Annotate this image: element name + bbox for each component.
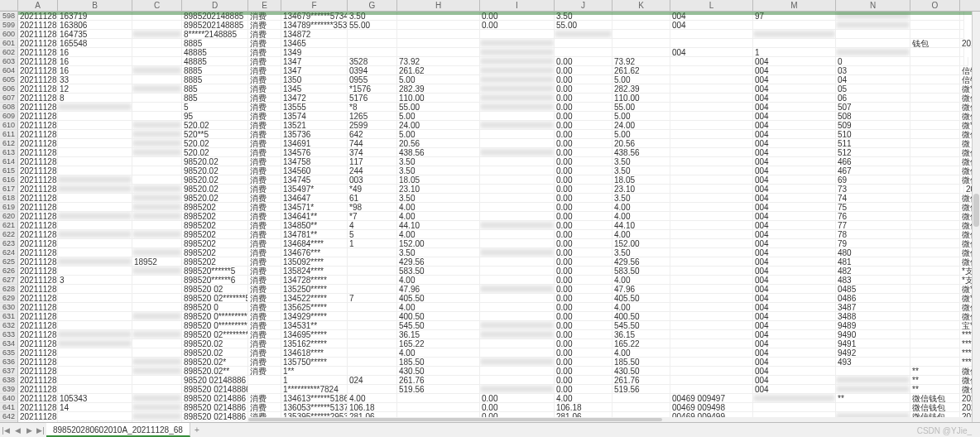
cell[interactable]: 0.00: [555, 66, 612, 75]
cell[interactable]: [132, 48, 182, 57]
cell[interactable]: [910, 194, 960, 203]
cell[interactable]: [348, 348, 397, 358]
cell[interactable]: 134647: [281, 194, 348, 203]
cell[interactable]: 152.00: [612, 239, 670, 248]
cell[interactable]: [910, 157, 960, 166]
cell[interactable]: 134691: [281, 139, 348, 148]
cell[interactable]: [132, 267, 182, 276]
row-number[interactable]: 630: [0, 303, 18, 312]
cell[interactable]: [348, 303, 397, 312]
cell[interactable]: 481: [836, 257, 910, 267]
cell[interactable]: 004: [753, 330, 836, 339]
cell[interactable]: [670, 321, 753, 330]
table-row[interactable]: 62620211128898520******5消费135824****583.…: [0, 267, 980, 276]
cell[interactable]: 512: [836, 148, 910, 157]
row-number[interactable]: 618: [0, 194, 18, 203]
cell[interactable]: 00469 009497: [670, 394, 753, 403]
cell[interactable]: 3.50: [612, 166, 670, 175]
cell[interactable]: [132, 376, 182, 385]
cell[interactable]: [132, 248, 182, 257]
cell[interactable]: [910, 248, 960, 257]
cell[interactable]: [132, 175, 182, 185]
cell[interactable]: 374: [348, 148, 397, 157]
row-number[interactable]: 599: [0, 21, 18, 30]
cell[interactable]: [132, 212, 182, 221]
cell[interactable]: 429.56: [397, 257, 480, 267]
cell[interactable]: 004: [753, 139, 836, 148]
prev-sheet-button[interactable]: ◀: [12, 425, 23, 436]
table-row[interactable]: 621202111288985202消费134850**444.100.0044…: [0, 221, 980, 230]
cell[interactable]: [480, 94, 555, 103]
cell[interactable]: 5.00: [612, 112, 670, 121]
cell[interactable]: 05: [836, 84, 910, 94]
cell[interactable]: 微信钱包: [910, 403, 960, 412]
table-row[interactable]: 620202111288985202消费134641***74.000.004.…: [0, 212, 980, 221]
cell[interactable]: [58, 367, 132, 376]
cell[interactable]: [670, 312, 753, 321]
row-number[interactable]: 635: [0, 348, 18, 358]
cell[interactable]: 20211128: [18, 294, 58, 303]
cell[interactable]: 8985202: [182, 203, 248, 212]
cell[interactable]: 79: [836, 239, 910, 248]
cell[interactable]: [58, 194, 132, 203]
cell[interactable]: [58, 248, 132, 257]
cell[interactable]: 483: [836, 276, 910, 285]
cell[interactable]: 13574: [281, 112, 348, 121]
cell[interactable]: [910, 12, 960, 21]
cell[interactable]: 0.00: [555, 358, 612, 367]
cell[interactable]: 0.00: [555, 330, 612, 339]
cell[interactable]: 134522*****: [281, 294, 348, 303]
row-number[interactable]: 608: [0, 103, 18, 112]
scroll-thumb[interactable]: [973, 194, 979, 227]
cell[interactable]: [132, 121, 182, 130]
cell[interactable]: [910, 21, 960, 30]
cell[interactable]: [58, 303, 132, 312]
cell[interactable]: 消费: [248, 394, 281, 403]
cell[interactable]: [348, 339, 397, 348]
cell[interactable]: 3.50: [612, 157, 670, 166]
cell[interactable]: 98520.02: [182, 194, 248, 203]
cell[interactable]: [132, 285, 182, 294]
cell[interactable]: 004: [753, 66, 836, 75]
cell[interactable]: 44.10: [397, 221, 480, 230]
cell[interactable]: 0486: [836, 294, 910, 303]
cell[interactable]: [670, 39, 753, 48]
cell[interactable]: [480, 257, 555, 267]
cell[interactable]: 135750*****: [281, 358, 348, 367]
cell[interactable]: 消费: [248, 139, 281, 148]
cell[interactable]: 消费: [248, 112, 281, 121]
cell[interactable]: 508: [836, 112, 910, 121]
table-row[interactable]: 61320211128520.02消费134576374438.560.0043…: [0, 148, 980, 157]
cell[interactable]: 244: [348, 166, 397, 175]
cell[interactable]: 3488: [836, 312, 910, 321]
cell[interactable]: [480, 194, 555, 203]
cell[interactable]: 545.50: [397, 321, 480, 330]
row-number[interactable]: 621: [0, 221, 18, 230]
cell[interactable]: 583.50: [397, 267, 480, 276]
cell[interactable]: 消费: [248, 57, 281, 66]
cell[interactable]: 282.39: [397, 84, 480, 94]
cell[interactable]: 55.00: [397, 103, 480, 112]
cell[interactable]: 0.00: [555, 203, 612, 212]
cell[interactable]: [670, 75, 753, 84]
cell[interactable]: [480, 57, 555, 66]
col-header-M[interactable]: M: [753, 0, 836, 11]
cell[interactable]: [480, 212, 555, 221]
col-header-I[interactable]: I: [480, 0, 555, 11]
cell[interactable]: [910, 166, 960, 175]
cell[interactable]: 520.02: [182, 148, 248, 157]
cell[interactable]: [670, 367, 753, 376]
cell[interactable]: 510: [836, 130, 910, 139]
cell[interactable]: 0.00: [555, 294, 612, 303]
cell[interactable]: 3.50: [612, 248, 670, 257]
cell[interactable]: [753, 394, 836, 403]
cell[interactable]: 004: [753, 75, 836, 84]
table-row[interactable]: 63220211128898520 0**********5消费134531**…: [0, 321, 980, 330]
cell[interactable]: [910, 339, 960, 348]
col-header-rownum[interactable]: [0, 0, 18, 11]
cell[interactable]: [480, 339, 555, 348]
cell[interactable]: [670, 303, 753, 312]
cell[interactable]: [480, 30, 555, 39]
cell[interactable]: 004: [753, 130, 836, 139]
row-number[interactable]: 613: [0, 148, 18, 157]
